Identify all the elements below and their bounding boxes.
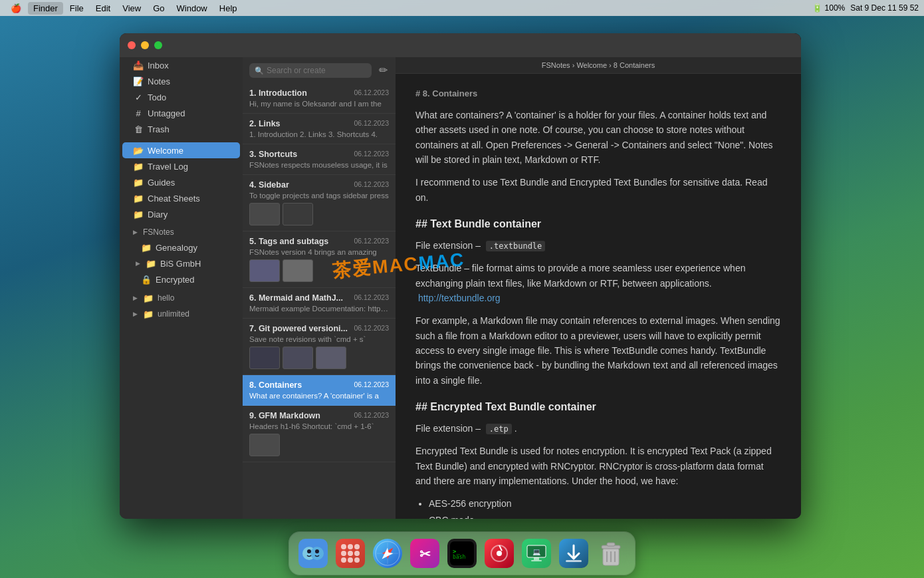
menubar-finder[interactable]: Finder xyxy=(28,2,63,15)
svg-point-29 xyxy=(497,551,502,556)
sidebar-group-hello[interactable]: ▶ 📁 hello xyxy=(122,290,240,306)
note-item-5[interactable]: 5. Tags and subtags 06.12.2023 FSNotes v… xyxy=(243,231,396,288)
svg-point-3 xyxy=(307,549,311,553)
note-preview-5: FSNotes version 4 brings an amazing xyxy=(249,248,389,256)
menubar-battery: 🔋 100% xyxy=(812,3,845,13)
note-images-5 xyxy=(249,259,389,282)
note-item-8[interactable]: 8. Containers 06.12.2023 What are contai… xyxy=(243,375,396,406)
dock-launchpad[interactable] xyxy=(333,536,368,571)
window-minimize-button[interactable] xyxy=(141,41,149,49)
note-item-2[interactable]: 2. Links 06.12.2023 1. Introduction 2. L… xyxy=(243,114,396,144)
editor-content[interactable]: # 8. Containers What are containers? A '… xyxy=(396,74,801,519)
window-maximize-button[interactable] xyxy=(154,41,162,49)
note-item-7[interactable]: 7. Git powered versioni... 06.12.2023 Sa… xyxy=(243,319,396,375)
note-item-3[interactable]: 3. Shortcuts 06.12.2023 FSNotes respects… xyxy=(243,144,396,175)
menubar-file[interactable]: File xyxy=(64,2,89,15)
search-wrapper: 🔍 xyxy=(249,63,374,78)
sidebar-item-inbox[interactable]: 📥 Inbox xyxy=(122,57,240,73)
dock: ✂ >_ bash xyxy=(289,532,635,575)
note-item-1[interactable]: 1. Introduction 06.12.2023 Hi, my name i… xyxy=(243,83,396,114)
note-title-8: 8. Containers xyxy=(249,380,302,390)
etp-code: .etp xyxy=(486,424,512,434)
note-title-1: 1. Introduction xyxy=(249,88,307,98)
note-preview-3: FSNotes respects mouseless usage, it is xyxy=(249,161,389,169)
chevron-down-icon: ▶ xyxy=(133,229,138,235)
note-title-4: 4. Sidebar xyxy=(249,180,289,190)
sidebar-item-cheat-sheets[interactable]: 📁 Cheat Sheets xyxy=(122,190,240,206)
svg-text:bash: bash xyxy=(453,554,465,560)
note-date-6: 06.12.2023 xyxy=(354,293,389,301)
sidebar-group-unlimited[interactable]: ▶ 📁 unlimited xyxy=(122,306,240,322)
new-note-button[interactable]: ✏ xyxy=(378,63,389,78)
dock-safari[interactable] xyxy=(370,536,405,571)
sidebar-item-welcome[interactable]: 📂 Welcome xyxy=(122,142,240,158)
note-date-1: 06.12.2023 xyxy=(354,88,389,96)
textbundle-code: .textbundle xyxy=(486,241,545,251)
editor-textbundle-desc: TextBundle – file format aims to provide… xyxy=(415,261,781,305)
chevron-right-icon: ▶ xyxy=(136,260,140,267)
editor-etp-desc: Encrypted Text Bundle is used for notes … xyxy=(415,444,781,488)
sidebar-item-genealogy[interactable]: 📁 Genealogy xyxy=(122,239,240,255)
svg-rect-36 xyxy=(566,560,582,562)
svg-text:✂: ✂ xyxy=(419,547,431,561)
note-item-6[interactable]: 6. Mermaid and MathJ... 06.12.2023 Merma… xyxy=(243,288,396,319)
search-input[interactable] xyxy=(249,63,372,78)
dock-trash[interactable] xyxy=(594,536,628,571)
dock-screens[interactable]: 💻 xyxy=(519,536,554,571)
folder-unlimited-icon: 📁 xyxy=(143,309,154,319)
editor-intro: What are containers? A 'container' is a … xyxy=(415,108,781,168)
svg-point-11 xyxy=(354,551,360,556)
notes-scroll-area[interactable]: 1. Introduction 06.12.2023 Hi, my name i… xyxy=(243,83,396,519)
svg-point-13 xyxy=(348,557,353,563)
folder-hello-icon: 📁 xyxy=(143,293,154,303)
folder-guides-icon: 📁 xyxy=(133,177,144,188)
menubar-window[interactable]: Window xyxy=(172,2,213,15)
sidebar-item-guides[interactable]: 📁 Guides xyxy=(122,174,240,190)
sidebar-item-trash[interactable]: 🗑 Trash xyxy=(122,121,240,137)
sidebar-item-diary[interactable]: 📁 Diary xyxy=(122,206,240,222)
dock-downie[interactable] xyxy=(556,536,591,571)
lock-icon: 🔒 xyxy=(141,274,152,285)
apple-menu[interactable]: 🍎 xyxy=(5,2,27,15)
sidebar-item-untagged[interactable]: # Untagged xyxy=(122,105,240,121)
menubar-help[interactable]: Help xyxy=(214,2,243,15)
editor-section-heading: # 8. Containers xyxy=(415,87,781,101)
svg-point-9 xyxy=(341,551,346,556)
note-title-3: 3. Shortcuts xyxy=(249,150,297,159)
note-thumb-7a xyxy=(249,347,280,369)
menubar-edit[interactable]: Edit xyxy=(90,2,116,15)
editor-h2-encrypted: ## Encrypted Text Bundle container xyxy=(415,398,781,416)
menubar-datetime: Sat 9 Dec 11 59 52 xyxy=(850,3,919,13)
svg-point-4 xyxy=(315,549,319,553)
note-preview-7: Save note revisions with `cmd + s` xyxy=(249,335,389,343)
folder-travel-icon: 📁 xyxy=(133,161,144,172)
dock-capcut[interactable]: ✂ xyxy=(407,536,442,571)
svg-text:💻: 💻 xyxy=(532,547,541,556)
note-preview-6: Mermaid example Documentation: https:// xyxy=(249,305,389,313)
sidebar-item-notes[interactable]: 📝 Notes xyxy=(122,73,240,89)
window-close-button[interactable] xyxy=(128,41,136,49)
trash-icon: 🗑 xyxy=(133,124,144,134)
todo-icon: ✓ xyxy=(133,92,144,102)
sidebar-item-todo[interactable]: ✓ Todo xyxy=(122,89,240,105)
note-item-4[interactable]: 4. Sidebar 06.12.2023 To toggle projects… xyxy=(243,175,396,231)
chevron-right-icon-unlimited: ▶ xyxy=(133,311,138,317)
sidebar-group-fsnotes[interactable]: ▶ FSNotes xyxy=(122,225,240,239)
sidebar-item-encrypted[interactable]: 🔒 Encrypted xyxy=(122,271,240,287)
textbundle-link[interactable]: http://textbundle.org xyxy=(418,293,501,303)
note-date-5: 06.12.2023 xyxy=(354,237,389,245)
dock-music[interactable] xyxy=(482,536,517,571)
sidebar-item-travel-log[interactable]: 📁 Travel Log xyxy=(122,158,240,174)
note-date-3: 06.12.2023 xyxy=(354,150,389,158)
breadcrumb-text: FSNotes › Welcome › 8 Containers xyxy=(542,61,655,69)
note-item-9[interactable]: 9. GFM Markdown 06.12.2023 Headers h1-h6… xyxy=(243,406,396,462)
dock-terminal[interactable]: >_ bash xyxy=(445,536,479,571)
svg-rect-33 xyxy=(531,560,542,561)
desktop: 🍎 Finder File Edit View Go Window Help 🔋… xyxy=(0,0,924,578)
sidebar-item-bis-gmbh[interactable]: ▶ 📁 BiS GmbH xyxy=(122,255,240,271)
menubar-go[interactable]: Go xyxy=(148,2,170,15)
menubar-view[interactable]: View xyxy=(117,2,146,15)
editor-panel: FSNotes › Welcome › 8 Containers # 8. Co… xyxy=(396,33,801,519)
folder-diary-icon: 📁 xyxy=(133,209,144,219)
dock-finder[interactable] xyxy=(296,536,330,571)
